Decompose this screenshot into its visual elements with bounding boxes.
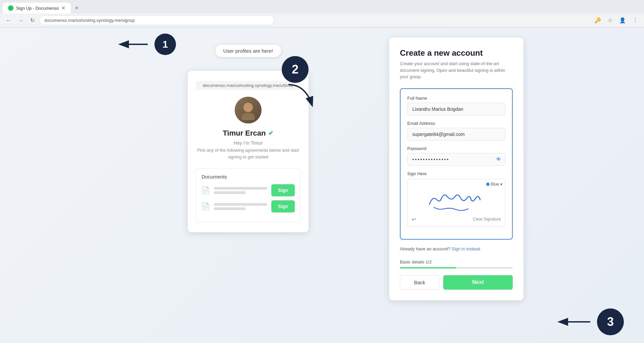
profile-name: Timur Ercan ✔ (196, 129, 301, 138)
doc-row-1: 📄 Sign (201, 184, 295, 196)
color-dot (486, 183, 490, 186)
user-profiles-label: User profiles are here! (215, 44, 281, 57)
sign-here-group: Sign Here Blue ▾ ↩ Clear Signature (407, 171, 505, 227)
password-wrapper: 👁 (407, 153, 505, 166)
form-title: Create a new account (400, 48, 513, 58)
eye-toggle-icon[interactable]: 👁 (496, 156, 501, 162)
form-actions: Back Next (400, 275, 513, 290)
doc-row-2: 📄 Sign (201, 200, 295, 212)
undo-icon[interactable]: ↩ (412, 216, 416, 223)
verified-icon: ✔ (268, 130, 273, 137)
sign-button-1[interactable]: Sign (271, 184, 295, 196)
password-input[interactable] (407, 153, 505, 166)
doc-line-2b (214, 207, 246, 210)
color-label: Blue (491, 182, 499, 187)
password-group: Password 👁 (407, 146, 505, 166)
tab-title: Sign Up - Documenso (16, 6, 59, 11)
email-label: Email Address (407, 121, 505, 126)
documents-title: Documents (201, 174, 295, 180)
email-group: Email Address (407, 121, 505, 141)
next-button[interactable]: Next (443, 275, 513, 290)
arrow-3 (553, 312, 597, 332)
browser-toolbar: ← → ↻ documenso.mariushosting.synology.m… (0, 13, 644, 28)
back-button[interactable]: Back (400, 275, 439, 290)
chevron-down-icon: ▾ (500, 182, 502, 187)
arrow-1 (114, 34, 154, 54)
badge-3: 3 (597, 308, 624, 335)
documents-section: Documents 📄 Sign 📄 Sign (196, 168, 301, 222)
doc-line-1b (214, 191, 246, 194)
page-content: 1 User profiles are here! 2 documenso.ma… (0, 28, 644, 343)
badge-2: 2 (282, 56, 309, 83)
form-subtitle: Create your account and start using stat… (400, 60, 513, 80)
progress-fill (400, 267, 456, 268)
doc-line-1a (214, 187, 267, 190)
full-name-label: Full Name (407, 96, 505, 101)
full-name-input[interactable] (407, 103, 505, 115)
browser-chrome: Sign Up - Documenso ✕ + ← → ↻ documenso.… (0, 0, 644, 28)
svg-point-3 (241, 113, 255, 120)
new-tab-button[interactable]: + (72, 3, 81, 13)
tab-close-button[interactable]: ✕ (61, 5, 65, 11)
browser-tab[interactable]: Sign Up - Documenso ✕ (3, 3, 71, 13)
signup-form-panel: Create a new account Create your account… (389, 38, 523, 300)
signature-actions: ↩ Clear Signature (412, 216, 501, 223)
bookmark-icon[interactable]: ☆ (606, 16, 614, 25)
svg-point-2 (243, 103, 253, 112)
progress-bar (400, 267, 513, 268)
signature-drawing (412, 183, 501, 213)
arrow-2 (275, 81, 315, 108)
profile-avatar (235, 97, 262, 124)
progress-label: Basic details 1/2 (400, 259, 513, 264)
document-icon-1: 📄 (201, 186, 210, 194)
password-label: Password (407, 146, 505, 151)
tab-favicon (8, 5, 13, 11)
forward-nav-button[interactable]: → (16, 16, 26, 25)
address-bar[interactable]: documenso.mariushosting.synology.me/sign… (39, 15, 274, 25)
refresh-button[interactable]: ↻ (28, 16, 37, 25)
progress-section: Basic details 1/2 (400, 259, 513, 268)
sign-button-2[interactable]: Sign (271, 200, 295, 212)
doc-lines-2 (214, 203, 267, 210)
already-have-account: Already have an account? Sign in instead (400, 246, 513, 251)
doc-line-2a (214, 203, 267, 206)
doc-lines-1 (214, 187, 267, 194)
color-picker[interactable]: Blue ▾ (486, 182, 502, 187)
profile-bio: Hey I'm Timur (196, 140, 301, 146)
profile-icon[interactable]: 👤 (617, 16, 628, 25)
left-panel: User profiles are here! 2 documenso.mari… (121, 38, 376, 232)
badge-1: 1 (154, 34, 176, 55)
back-nav-button[interactable]: ← (4, 16, 13, 25)
profile-subtitle: Pick any of the following agreements bel… (196, 147, 301, 160)
password-manager-icon[interactable]: 🔑 (592, 16, 603, 25)
full-name-group: Full Name (407, 96, 505, 115)
clear-signature-button[interactable]: Clear Signature (473, 217, 501, 222)
toolbar-right: 🔑 ☆ 👤 ⋮ (592, 16, 640, 25)
document-icon-2: 📄 (201, 202, 210, 210)
signature-box[interactable]: Blue ▾ ↩ Clear Signature (407, 179, 505, 227)
sign-in-link[interactable]: Sign in instead (452, 246, 480, 251)
menu-icon[interactable]: ⋮ (631, 16, 640, 25)
url-text: documenso.mariushosting.synology.me/sign… (44, 18, 135, 23)
highlighted-form-section: Full Name Email Address Password 👁 Sign … (400, 88, 513, 240)
email-input[interactable] (407, 128, 505, 141)
sign-here-label: Sign Here (407, 171, 505, 176)
